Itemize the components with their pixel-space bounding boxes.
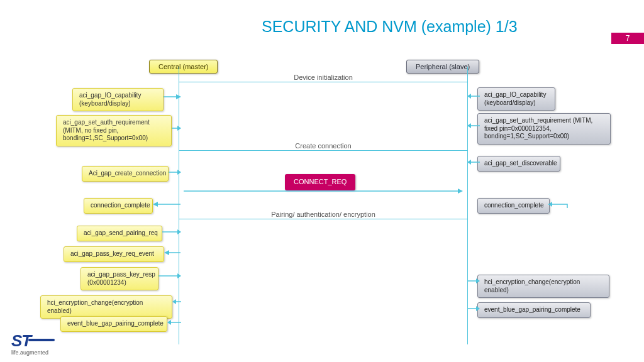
logo-tagline: life.augmented [11, 349, 55, 356]
central-passkey-evt-box: aci_gap_pass_key_req_event [64, 246, 164, 262]
svg-marker-5 [177, 170, 181, 175]
svg-marker-17 [167, 320, 171, 325]
page-title: SECURITY AND NVM (example) 1/3 [262, 18, 518, 36]
svg-marker-15 [172, 299, 176, 304]
periph-discoverable-box: aci_gap_set_discoverable [477, 156, 560, 172]
periph-conn-complete-box: connection_complete [477, 198, 550, 214]
central-pair-complete-box: event_blue_gap_pairing_complete [60, 316, 167, 332]
svg-marker-30 [458, 189, 463, 194]
lifeline-header-peripheral: Peripheral (slave) [406, 60, 479, 74]
brand-logo: ST life.augmented [11, 331, 55, 356]
periph-enc-change-box: hci_encryption_change(encryption enabled… [477, 275, 609, 298]
lifeline-central [179, 67, 179, 344]
section-pair-label: Pairing/ authentication/ encryption [260, 211, 386, 218]
page-number-badge: 7 [611, 33, 644, 44]
divider [179, 219, 467, 219]
svg-marker-11 [164, 250, 169, 255]
central-send-pair-box: aci_gap_send_pairing_req [77, 226, 162, 241]
svg-marker-7 [153, 202, 158, 207]
periph-io-box: aci_gap_IO_capability (keyboard/display) [477, 87, 555, 111]
divider [179, 150, 467, 151]
svg-marker-13 [177, 273, 181, 278]
periph-pair-complete-box: event_blue_gap_pairing_complete [477, 302, 591, 318]
central-passkey-resp-box: aci_gap_pass_key_resp (0x00001234) [80, 267, 158, 290]
central-io-box: aci_gap_IO_capability (keyboard/display) [72, 88, 164, 111]
section-init-label: Device initialization [260, 74, 386, 81]
section-connect-label: Create connection [260, 142, 386, 150]
svg-marker-3 [177, 126, 181, 131]
lifeline-header-central: Central (master) [149, 60, 218, 74]
central-auth-box: aci_gap_set_auth_requirement (MITM, no f… [56, 115, 172, 146]
connect-req-msg: CONNECT_REQ [285, 174, 355, 190]
central-conn-complete-box: connection_complete [84, 198, 153, 214]
lifeline-peripheral [467, 67, 468, 344]
svg-marker-9 [177, 229, 181, 234]
central-enc-change-box: hci_encryption_change(encryption enabled… [40, 295, 172, 319]
periph-auth-box: aci_gap_set_auth_requirement (MITM, fixe… [477, 113, 611, 145]
divider [179, 82, 467, 82]
central-create-conn-box: Aci_gap_create_connection [82, 166, 169, 182]
